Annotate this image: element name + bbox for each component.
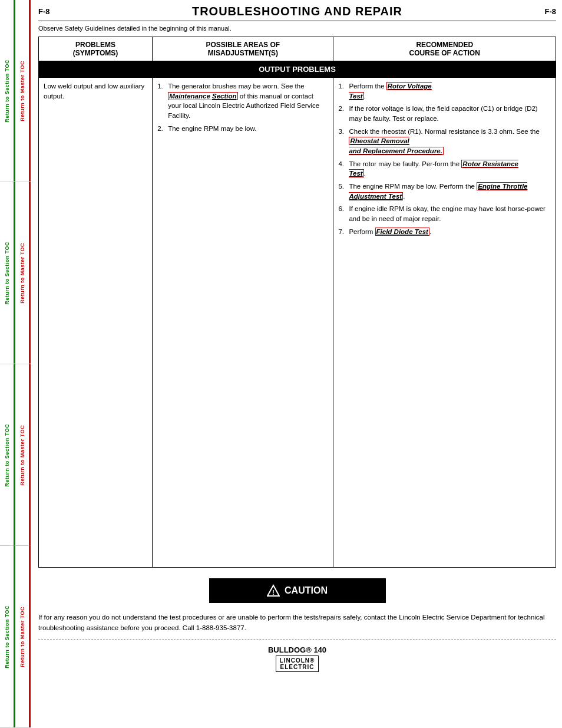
action-4: 4. The rotor may be faulty. Per-form the… bbox=[338, 159, 551, 179]
caution-box: ! CAUTION bbox=[209, 578, 386, 603]
master-toc-link-2[interactable]: Return to Master TOC bbox=[15, 182, 31, 364]
table-row: Low weld output and low auxiliary output… bbox=[39, 78, 556, 568]
side-navigation: Return to Section TOC Return to Master T… bbox=[0, 0, 31, 728]
problem-cell: Low weld output and low auxiliary output… bbox=[39, 78, 153, 568]
caution-wrapper: ! CAUTION bbox=[38, 574, 556, 608]
output-problems-header: OUTPUT PROBLEMS bbox=[39, 61, 556, 78]
maintenance-section-link[interactable]: Maintenance Section bbox=[168, 92, 237, 100]
lincoln-logo: LINCOLN® ELECTRIC bbox=[276, 655, 319, 672]
lincoln-sub: ELECTRIC bbox=[280, 664, 314, 670]
problem-text: Low weld output and low auxiliary output… bbox=[44, 83, 144, 100]
caution-triangle-icon: ! bbox=[267, 584, 280, 597]
field-diode-test-link[interactable]: Field Diode Test bbox=[375, 228, 429, 236]
section-toc-link-4[interactable]: Return to Section TOC bbox=[0, 546, 15, 727]
caution-text: If for any reason you do not understand … bbox=[38, 612, 556, 633]
action-1: 1. Perform the Rotor VoltageTest. bbox=[338, 81, 551, 101]
troubleshooting-table: PROBLEMS(SYMPTOMS) POSSIBLE AREAS OFMISA… bbox=[38, 37, 556, 568]
caution-label: CAUTION bbox=[285, 585, 328, 596]
recommended-actions-cell: 1. Perform the Rotor VoltageTest. 2. If … bbox=[333, 78, 556, 568]
main-content: F-8 TROUBLESHOOTING AND REPAIR F-8 Obser… bbox=[32, 0, 562, 728]
safety-note: Observe Safety Guidelines detailed in th… bbox=[38, 25, 556, 32]
possible-areas-cell: 1. The generator brushes may be worn. Se… bbox=[153, 78, 333, 568]
master-toc-link-1[interactable]: Return to Master TOC bbox=[15, 0, 31, 182]
section-toc-link-2[interactable]: Return to Section TOC bbox=[0, 182, 15, 364]
possible-area-1: 1. The generator brushes may be worn. Se… bbox=[157, 81, 328, 121]
action-2: 2. If the rotor voltage is low, the fiel… bbox=[338, 104, 551, 123]
side-nav-group-2: Return to Section TOC Return to Master T… bbox=[0, 182, 31, 364]
lincoln-brand: LINCOLN bbox=[280, 657, 310, 664]
master-toc-link-3[interactable]: Return to Master TOC bbox=[15, 364, 31, 546]
action-7: 7. Perform Field Diode Test. bbox=[338, 227, 551, 237]
section-toc-link-1[interactable]: Return to Section TOC bbox=[0, 0, 15, 182]
rheostat-procedure-link[interactable]: Rheostat Removaland Replacement Procedur… bbox=[349, 137, 444, 155]
page-footer: BULLDOG® 140 LINCOLN® ELECTRIC bbox=[38, 645, 556, 672]
side-nav-group-1: Return to Section TOC Return to Master T… bbox=[0, 0, 31, 182]
side-nav-group-3: Return to Section TOC Return to Master T… bbox=[0, 364, 31, 546]
page-title: TROUBLESHOOTING AND REPAIR bbox=[50, 5, 545, 18]
master-toc-link-4[interactable]: Return to Master TOC bbox=[15, 546, 31, 727]
side-nav-group-4: Return to Section TOC Return to Master T… bbox=[0, 546, 31, 728]
action-3: 3. Check the rheostat (R1). Normal resis… bbox=[338, 127, 551, 156]
page-number-left: F-8 bbox=[38, 7, 50, 16]
section-header-row: OUTPUT PROBLEMS bbox=[39, 61, 556, 78]
brand-dot: ® bbox=[310, 657, 315, 664]
action-6: 6. If engine idle RPM is okay, the engin… bbox=[338, 204, 551, 223]
product-name: BULLDOG® 140 bbox=[38, 645, 556, 654]
possible-area-2: 2. The engine RPM may be low. bbox=[157, 124, 328, 134]
rotor-voltage-test-link[interactable]: Rotor VoltageTest bbox=[349, 82, 431, 100]
col-header-misadjustments: POSSIBLE AREAS OFMISADJUSTMENT(S) bbox=[153, 37, 333, 61]
action-5: 5. The engine RPM may be low. Perform th… bbox=[338, 182, 551, 201]
col-header-problems: PROBLEMS(SYMPTOMS) bbox=[39, 37, 153, 61]
page-header: F-8 TROUBLESHOOTING AND REPAIR F-8 bbox=[38, 5, 556, 21]
rotor-resistance-test-link[interactable]: Rotor ResistanceTest bbox=[349, 160, 518, 178]
section-toc-link-3[interactable]: Return to Section TOC bbox=[0, 364, 15, 546]
col-header-actions: RECOMMENDEDCOURSE OF ACTION bbox=[333, 37, 556, 61]
svg-text:!: ! bbox=[272, 589, 275, 596]
divider-line bbox=[38, 639, 556, 640]
page-number-right: F-8 bbox=[545, 7, 557, 16]
throttle-test-link[interactable]: Engine ThrottleAdjustment Test bbox=[349, 182, 527, 200]
